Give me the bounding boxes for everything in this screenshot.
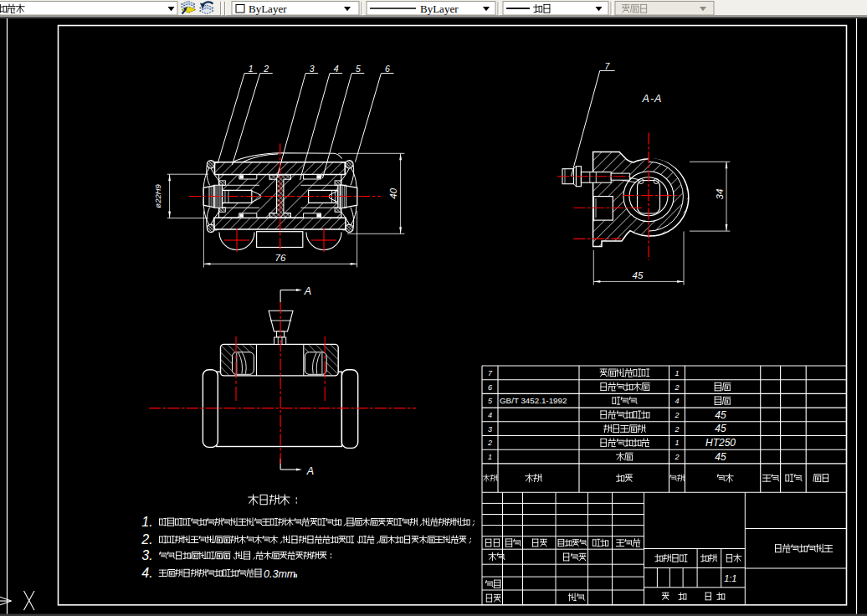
svg-text:4: 4 [334,64,339,74]
svg-text:5: 5 [356,64,361,74]
svg-text:45: 45 [715,451,726,463]
svg-text:0.3mm: 0.3mm [264,568,295,580]
svg-text:6: 6 [385,64,390,74]
svg-text:2: 2 [674,425,679,434]
svg-text:1:1: 1:1 [724,573,736,583]
svg-text:45: 45 [715,409,726,421]
svg-text:1: 1 [675,439,679,447]
svg-text:4: 4 [488,411,492,419]
svg-text:A: A [304,285,311,297]
svg-text:1: 1 [675,369,679,377]
svg-text:3: 3 [310,64,315,74]
svg-text:A: A [306,465,314,477]
svg-text:4: 4 [675,397,679,405]
svg-text:2: 2 [263,64,269,74]
svg-text:45: 45 [715,423,726,434]
svg-text:4.: 4. [141,566,152,580]
svg-text:2: 2 [674,453,679,461]
svg-text:2.: 2. [141,532,152,547]
svg-text:2: 2 [487,439,492,447]
svg-text:2: 2 [674,383,679,392]
svg-text:ByLayer: ByLayer [420,3,459,15]
svg-text:1: 1 [488,453,492,461]
svg-text:40: 40 [389,187,399,198]
svg-text:ø22H9: ø22H9 [153,183,162,208]
svg-text:76: 76 [275,253,286,263]
svg-text:2: 2 [674,411,679,419]
svg-text:45: 45 [633,270,644,280]
svg-text:34: 34 [715,189,725,200]
svg-text:A-A: A-A [642,93,663,105]
svg-text:3: 3 [488,425,492,434]
svg-text:1: 1 [249,64,254,74]
svg-text:ByLayer: ByLayer [249,3,287,15]
svg-text:6: 6 [488,383,492,392]
svg-text:GB/T 3452.1-1992: GB/T 3452.1-1992 [500,396,567,405]
svg-text:3.: 3. [141,548,152,562]
svg-text:HT250: HT250 [705,437,736,449]
svg-text:1.: 1. [141,515,152,529]
